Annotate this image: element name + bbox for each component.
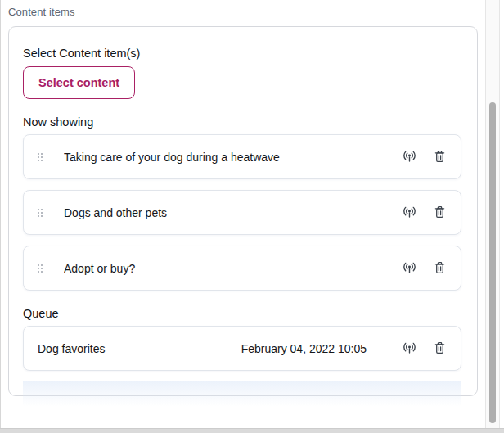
window-left-edge <box>0 0 1 428</box>
content-item-title: Adopt or buy? <box>64 262 401 275</box>
queue-item-title: Dog favorites <box>38 342 241 355</box>
content-item-title: Dogs and other pets <box>64 206 401 219</box>
drag-handle-icon[interactable] <box>38 264 43 273</box>
now-showing-label: Now showing <box>23 115 461 129</box>
queue-row: Dog favorites February 04, 2022 10:05 <box>23 326 461 371</box>
queue-item-schedule: February 04, 2022 10:05 <box>241 342 367 355</box>
broadcast-icon[interactable] <box>401 259 418 277</box>
trash-icon[interactable] <box>432 260 448 277</box>
drag-handle-icon[interactable] <box>38 209 43 217</box>
vertical-scrollbar-track[interactable] <box>485 0 500 428</box>
broadcast-icon[interactable] <box>401 340 418 357</box>
trash-icon[interactable] <box>432 205 448 221</box>
queue-label: Queue <box>23 307 461 320</box>
content-items-label: Content items <box>8 6 75 18</box>
drag-handle-icon[interactable] <box>38 153 43 161</box>
select-content-button[interactable]: Select content <box>23 66 135 99</box>
vertical-scrollbar-thumb[interactable] <box>489 102 496 423</box>
now-showing-row: Taking care of your dog during a heatwav… <box>23 134 461 179</box>
trash-icon[interactable] <box>432 341 448 357</box>
window-bottom-edge <box>0 428 504 433</box>
trash-icon[interactable] <box>432 149 448 165</box>
now-showing-row: Adopt or buy? <box>23 246 461 291</box>
select-content-label: Select Content item(s) <box>23 47 461 60</box>
broadcast-icon[interactable] <box>401 148 418 165</box>
content-item-title: Taking care of your dog during a heatwav… <box>64 151 401 164</box>
drop-zone-glow <box>23 381 461 409</box>
content-items-panel: Select Content item(s) Select content No… <box>8 26 478 396</box>
now-showing-row: Dogs and other pets <box>23 190 461 235</box>
broadcast-icon[interactable] <box>401 204 418 221</box>
